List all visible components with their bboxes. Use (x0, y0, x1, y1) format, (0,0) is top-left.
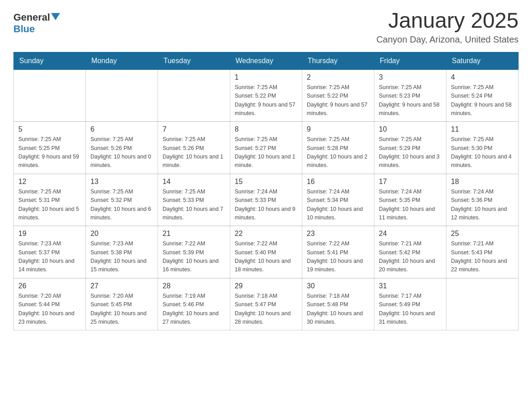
page-header: General Blue January 2025 Canyon Day, Ar… (13, 9, 519, 45)
day-info: Sunrise: 7:25 AM Sunset: 5:28 PM Dayligh… (307, 135, 369, 170)
calendar-cell (158, 69, 230, 122)
day-info: Sunrise: 7:18 AM Sunset: 5:48 PM Dayligh… (307, 292, 369, 327)
day-number: 7 (163, 125, 225, 133)
day-number: 21 (163, 230, 225, 238)
day-number: 27 (90, 282, 153, 290)
day-info: Sunrise: 7:25 AM Sunset: 5:26 PM Dayligh… (90, 135, 153, 170)
calendar-cell: 19Sunrise: 7:23 AM Sunset: 5:37 PM Dayli… (14, 226, 86, 278)
day-of-week-header: Tuesday (158, 52, 230, 69)
calendar-cell: 18Sunrise: 7:24 AM Sunset: 5:36 PM Dayli… (446, 174, 519, 226)
day-info: Sunrise: 7:25 AM Sunset: 5:31 PM Dayligh… (18, 188, 81, 223)
calendar-cell: 5Sunrise: 7:25 AM Sunset: 5:25 PM Daylig… (14, 122, 86, 174)
calendar-cell: 20Sunrise: 7:23 AM Sunset: 5:38 PM Dayli… (86, 226, 158, 278)
day-number: 18 (451, 178, 514, 186)
day-number: 14 (163, 178, 225, 186)
day-of-week-header: Friday (374, 52, 446, 69)
day-info: Sunrise: 7:23 AM Sunset: 5:37 PM Dayligh… (18, 240, 81, 274)
calendar-week-row: 26Sunrise: 7:20 AM Sunset: 5:44 PM Dayli… (14, 278, 519, 330)
day-number: 25 (451, 230, 514, 238)
logo-blue-text: Blue (13, 23, 35, 35)
calendar-week-row: 12Sunrise: 7:25 AM Sunset: 5:31 PM Dayli… (14, 174, 519, 226)
day-number: 20 (90, 230, 153, 238)
calendar-cell: 28Sunrise: 7:19 AM Sunset: 5:46 PM Dayli… (158, 278, 230, 330)
day-info: Sunrise: 7:24 AM Sunset: 5:34 PM Dayligh… (307, 188, 369, 223)
calendar-cell (86, 69, 158, 122)
day-number: 31 (379, 282, 442, 290)
day-number: 4 (451, 73, 514, 81)
day-info: Sunrise: 7:25 AM Sunset: 5:29 PM Dayligh… (379, 135, 442, 170)
day-info: Sunrise: 7:19 AM Sunset: 5:46 PM Dayligh… (163, 292, 225, 327)
day-number: 1 (235, 73, 297, 81)
calendar-cell: 16Sunrise: 7:24 AM Sunset: 5:34 PM Dayli… (302, 174, 374, 226)
calendar-cell: 12Sunrise: 7:25 AM Sunset: 5:31 PM Dayli… (14, 174, 86, 226)
day-info: Sunrise: 7:25 AM Sunset: 5:22 PM Dayligh… (235, 83, 297, 118)
calendar-week-row: 19Sunrise: 7:23 AM Sunset: 5:37 PM Dayli… (14, 226, 519, 278)
calendar-cell: 10Sunrise: 7:25 AM Sunset: 5:29 PM Dayli… (374, 122, 446, 174)
calendar-cell: 25Sunrise: 7:21 AM Sunset: 5:43 PM Dayli… (446, 226, 519, 278)
calendar-cell: 3Sunrise: 7:25 AM Sunset: 5:23 PM Daylig… (374, 69, 446, 122)
day-number: 19 (18, 230, 81, 238)
logo: General Blue (13, 12, 60, 35)
logo-text: General Blue (13, 12, 60, 35)
logo-general-text: General (13, 12, 50, 23)
day-info: Sunrise: 7:25 AM Sunset: 5:27 PM Dayligh… (235, 135, 297, 170)
day-number: 8 (235, 125, 297, 133)
day-of-week-header: Thursday (302, 52, 374, 69)
calendar-cell: 15Sunrise: 7:24 AM Sunset: 5:33 PM Dayli… (230, 174, 302, 226)
calendar-week-row: 5Sunrise: 7:25 AM Sunset: 5:25 PM Daylig… (14, 122, 519, 174)
day-info: Sunrise: 7:25 AM Sunset: 5:24 PM Dayligh… (451, 83, 514, 118)
day-number: 13 (90, 178, 153, 186)
day-number: 22 (235, 230, 297, 238)
day-number: 15 (235, 178, 297, 186)
day-info: Sunrise: 7:22 AM Sunset: 5:39 PM Dayligh… (163, 240, 225, 274)
calendar-cell: 9Sunrise: 7:25 AM Sunset: 5:28 PM Daylig… (302, 122, 374, 174)
calendar-cell (14, 69, 86, 122)
day-number: 28 (163, 282, 225, 290)
calendar-cell: 2Sunrise: 7:25 AM Sunset: 5:22 PM Daylig… (302, 69, 374, 122)
day-number: 11 (451, 125, 514, 133)
calendar-cell: 17Sunrise: 7:24 AM Sunset: 5:35 PM Dayli… (374, 174, 446, 226)
calendar-cell: 22Sunrise: 7:22 AM Sunset: 5:40 PM Dayli… (230, 226, 302, 278)
calendar-cell: 8Sunrise: 7:25 AM Sunset: 5:27 PM Daylig… (230, 122, 302, 174)
day-number: 6 (90, 125, 153, 133)
day-number: 23 (307, 230, 369, 238)
calendar-cell: 30Sunrise: 7:18 AM Sunset: 5:48 PM Dayli… (302, 278, 374, 330)
day-info: Sunrise: 7:20 AM Sunset: 5:44 PM Dayligh… (18, 292, 81, 327)
day-number: 24 (379, 230, 442, 238)
calendar-cell (446, 278, 519, 330)
day-of-week-header: Saturday (446, 52, 519, 69)
calendar-cell: 31Sunrise: 7:17 AM Sunset: 5:49 PM Dayli… (374, 278, 446, 330)
calendar-cell: 6Sunrise: 7:25 AM Sunset: 5:26 PM Daylig… (86, 122, 158, 174)
day-info: Sunrise: 7:18 AM Sunset: 5:47 PM Dayligh… (235, 292, 297, 327)
calendar-cell: 29Sunrise: 7:18 AM Sunset: 5:47 PM Dayli… (230, 278, 302, 330)
calendar-cell: 21Sunrise: 7:22 AM Sunset: 5:39 PM Dayli… (158, 226, 230, 278)
calendar-cell: 1Sunrise: 7:25 AM Sunset: 5:22 PM Daylig… (230, 69, 302, 122)
day-info: Sunrise: 7:25 AM Sunset: 5:23 PM Dayligh… (379, 83, 442, 118)
day-number: 30 (307, 282, 369, 290)
calendar-cell: 11Sunrise: 7:25 AM Sunset: 5:30 PM Dayli… (446, 122, 519, 174)
day-of-week-header: Monday (86, 52, 158, 69)
day-number: 12 (18, 178, 81, 186)
calendar-cell: 7Sunrise: 7:25 AM Sunset: 5:26 PM Daylig… (158, 122, 230, 174)
calendar-cell: 24Sunrise: 7:21 AM Sunset: 5:42 PM Dayli… (374, 226, 446, 278)
day-number: 9 (307, 125, 369, 133)
day-info: Sunrise: 7:22 AM Sunset: 5:40 PM Dayligh… (235, 240, 297, 274)
logo-triangle-icon (51, 13, 60, 20)
day-number: 5 (18, 125, 81, 133)
day-info: Sunrise: 7:25 AM Sunset: 5:30 PM Dayligh… (451, 135, 514, 170)
day-number: 10 (379, 125, 442, 133)
title-section: January 2025 Canyon Day, Arizona, United… (376, 9, 519, 45)
calendar-cell: 14Sunrise: 7:25 AM Sunset: 5:33 PM Dayli… (158, 174, 230, 226)
day-info: Sunrise: 7:20 AM Sunset: 5:45 PM Dayligh… (90, 292, 153, 327)
location-title: Canyon Day, Arizona, United States (376, 34, 519, 45)
day-number: 3 (379, 73, 442, 81)
day-info: Sunrise: 7:24 AM Sunset: 5:33 PM Dayligh… (235, 188, 297, 223)
calendar-table: SundayMondayTuesdayWednesdayThursdayFrid… (13, 52, 519, 331)
calendar-header-row: SundayMondayTuesdayWednesdayThursdayFrid… (14, 52, 519, 69)
day-number: 2 (307, 73, 369, 81)
day-info: Sunrise: 7:24 AM Sunset: 5:35 PM Dayligh… (379, 188, 442, 223)
day-number: 17 (379, 178, 442, 186)
day-number: 29 (235, 282, 297, 290)
day-number: 16 (307, 178, 369, 186)
day-of-week-header: Wednesday (230, 52, 302, 69)
